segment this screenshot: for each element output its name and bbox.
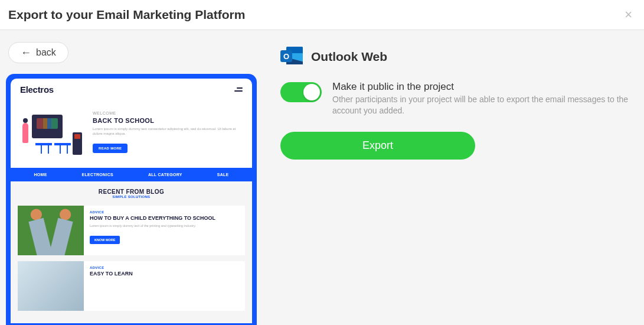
hero-illustration	[19, 106, 87, 160]
arrow-left-icon: ←	[21, 47, 31, 58]
blog-title: HOW TO BUY A CHILD EVERYTHING TO SCHOOL	[90, 215, 215, 222]
platform-row: O Outlook Web	[280, 46, 636, 68]
nav-item: ALL CATEGORY	[148, 173, 182, 177]
left-column: ← back Electros WE	[5, 42, 261, 325]
dialog-content: ← back Electros WE	[0, 30, 644, 325]
dialog-header: Export to your Email Marketing Platform …	[0, 0, 644, 30]
blog-sub: SIMPLE SOLUTIONS	[18, 195, 245, 199]
blog-lorem: Lorem ipsum is simply dummy text of the …	[90, 224, 215, 229]
close-icon[interactable]: ×	[621, 7, 636, 22]
menu-icon	[234, 87, 243, 92]
public-toggle-row: Make it public in the project Other part…	[280, 81, 636, 116]
outlook-icon: O	[280, 46, 303, 68]
platform-name: Outlook Web	[311, 50, 387, 64]
email-preview: Electros WELCOME BACK TO SCHOOL Lorem	[6, 74, 257, 325]
nav-item: SALE	[217, 173, 229, 177]
blog-item: ADVICE HOW TO BUY A CHILD EVERYTHING TO …	[18, 206, 245, 255]
hero-title: BACK TO SCHOOL	[93, 117, 243, 124]
email-header: Electros	[11, 79, 252, 98]
hero-section: WELCOME BACK TO SCHOOL Lorem ipsum is si…	[11, 98, 252, 168]
hero-lorem: Lorem ipsum is simply dummy text consect…	[93, 126, 243, 136]
know-more-button: KNOW MORE	[90, 236, 120, 244]
right-column: O Outlook Web Make it public in the proj…	[280, 42, 636, 325]
read-more-button: READ MORE	[93, 144, 128, 153]
blog-section: RECENT FROM BLOG SIMPLE SOLUTIONS ADVICE…	[11, 181, 252, 323]
toggle-description: Other participants in your project will …	[332, 94, 636, 116]
back-button[interactable]: ← back	[8, 42, 68, 63]
back-label: back	[36, 47, 56, 58]
toggle-title: Make it public in the project	[332, 81, 636, 93]
hero-eyebrow: WELCOME	[93, 111, 243, 115]
blog-title: EASY TO LEARN	[90, 271, 133, 277]
public-toggle[interactable]	[280, 82, 322, 102]
nav-item: ELECTRONICS	[82, 173, 113, 177]
dialog-title: Export to your Email Marketing Platform	[8, 8, 245, 22]
brand-logo: Electros	[20, 84, 54, 95]
export-button[interactable]: Export	[280, 132, 475, 160]
blog-category: ADVICE	[90, 266, 133, 269]
blog-category: ADVICE	[90, 210, 215, 214]
toggle-knob	[303, 84, 320, 100]
hero-text: WELCOME BACK TO SCHOOL Lorem ipsum is si…	[93, 106, 243, 160]
nav-item: HOME	[34, 173, 47, 177]
email-body: Electros WELCOME BACK TO SCHOOL Lorem	[11, 79, 252, 323]
blog-heading: RECENT FROM BLOG	[18, 188, 245, 195]
blog-image	[18, 261, 84, 311]
blog-item: ADVICE EASY TO LEARN	[18, 261, 245, 311]
email-nav: HOME ELECTRONICS ALL CATEGORY SALE	[11, 168, 252, 181]
blog-image	[18, 206, 84, 255]
